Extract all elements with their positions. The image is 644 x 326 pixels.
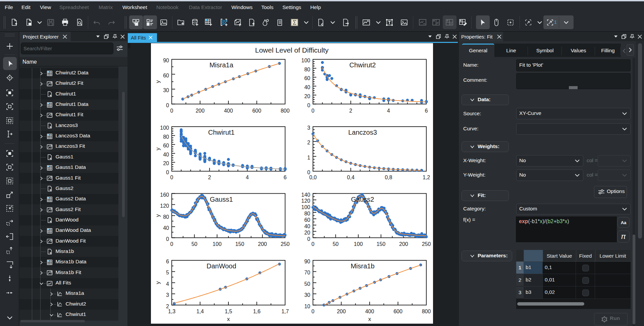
svg-text:80: 80 bbox=[163, 134, 169, 140]
svg-text:6: 6 bbox=[284, 175, 287, 180]
svg-text:0: 0 bbox=[307, 103, 310, 108]
svg-text:0: 0 bbox=[166, 236, 169, 242]
svg-text:0: 0 bbox=[170, 108, 173, 114]
svg-text:Misra1a: Misra1a bbox=[209, 61, 233, 69]
svg-text:0,8: 0,8 bbox=[385, 175, 392, 180]
svg-text:1,2: 1,2 bbox=[423, 175, 430, 180]
svg-text:4: 4 bbox=[387, 108, 390, 114]
svg-text:x: x bbox=[368, 316, 371, 322]
svg-text:0: 0 bbox=[312, 108, 315, 114]
svg-text:50: 50 bbox=[304, 281, 310, 287]
svg-text:Lanczos3: Lanczos3 bbox=[348, 129, 377, 136]
svg-text:10: 10 bbox=[304, 304, 310, 309]
svg-text:y: y bbox=[155, 214, 161, 217]
svg-text:200: 200 bbox=[196, 108, 205, 114]
svg-text:150: 150 bbox=[235, 241, 244, 247]
svg-text:200: 200 bbox=[258, 241, 267, 247]
svg-text:400: 400 bbox=[224, 108, 233, 114]
svg-text:0: 0 bbox=[307, 236, 310, 242]
svg-text:6: 6 bbox=[425, 108, 428, 114]
svg-text:40: 40 bbox=[304, 223, 310, 229]
svg-text:1,6: 1,6 bbox=[253, 309, 260, 314]
svg-text:1,7: 1,7 bbox=[281, 309, 289, 314]
svg-text:90: 90 bbox=[304, 259, 310, 264]
svg-text:1,3: 1,3 bbox=[168, 309, 175, 314]
svg-text:100: 100 bbox=[301, 204, 310, 210]
svg-text:20: 20 bbox=[304, 230, 310, 236]
svg-text:100: 100 bbox=[354, 241, 363, 247]
svg-text:120: 120 bbox=[160, 203, 169, 209]
svg-text:Misra1b: Misra1b bbox=[351, 262, 374, 270]
svg-text:50: 50 bbox=[192, 241, 198, 247]
svg-text:y: y bbox=[155, 147, 161, 150]
svg-text:1: 1 bbox=[307, 155, 310, 160]
svg-text:600: 600 bbox=[393, 309, 402, 314]
svg-text:50: 50 bbox=[333, 241, 339, 247]
svg-text:1,4: 1,4 bbox=[196, 309, 204, 314]
svg-text:x: x bbox=[227, 316, 230, 322]
svg-text:120: 120 bbox=[301, 198, 310, 204]
svg-text:100: 100 bbox=[301, 58, 310, 63]
svg-text:40: 40 bbox=[163, 152, 169, 157]
svg-text:40: 40 bbox=[163, 225, 169, 231]
svg-text:0: 0 bbox=[170, 241, 173, 247]
svg-text:400: 400 bbox=[365, 309, 374, 314]
svg-text:200: 200 bbox=[399, 241, 408, 247]
svg-text:150: 150 bbox=[376, 241, 385, 247]
svg-text:40: 40 bbox=[304, 84, 310, 90]
svg-text:2: 2 bbox=[349, 108, 352, 114]
svg-text:0: 0 bbox=[312, 241, 315, 247]
svg-text:100: 100 bbox=[213, 241, 222, 247]
svg-text:Gauss2: Gauss2 bbox=[351, 196, 374, 203]
svg-text:0: 0 bbox=[312, 309, 315, 314]
svg-text:60: 60 bbox=[304, 75, 310, 81]
svg-text:5: 5 bbox=[166, 270, 169, 275]
svg-text:200: 200 bbox=[337, 309, 346, 314]
svg-text:2: 2 bbox=[208, 175, 211, 180]
svg-text:800: 800 bbox=[422, 309, 431, 314]
svg-text:Chwirut1: Chwirut1 bbox=[208, 129, 235, 136]
svg-text:6: 6 bbox=[166, 259, 169, 264]
svg-text:4: 4 bbox=[246, 175, 249, 180]
svg-text:80: 80 bbox=[304, 67, 310, 72]
svg-text:Chwirut2: Chwirut2 bbox=[350, 61, 376, 69]
svg-text:80: 80 bbox=[163, 214, 169, 220]
svg-text:0: 0 bbox=[307, 170, 310, 175]
svg-text:140: 140 bbox=[301, 192, 310, 198]
svg-text:30: 30 bbox=[304, 292, 310, 298]
svg-text:600: 600 bbox=[252, 108, 261, 114]
svg-text:100: 100 bbox=[160, 125, 169, 131]
svg-text:3: 3 bbox=[166, 292, 169, 298]
svg-text:0,4: 0,4 bbox=[347, 175, 355, 180]
svg-text:60: 60 bbox=[163, 143, 169, 148]
svg-text:y: y bbox=[155, 80, 161, 83]
svg-text:2: 2 bbox=[307, 140, 310, 145]
svg-text:0: 0 bbox=[166, 103, 169, 108]
svg-text:y: y bbox=[155, 281, 161, 284]
svg-text:3: 3 bbox=[307, 125, 310, 131]
svg-text:60: 60 bbox=[163, 73, 169, 78]
svg-text:90: 90 bbox=[163, 58, 169, 63]
svg-text:70: 70 bbox=[304, 270, 310, 275]
svg-text:250: 250 bbox=[281, 241, 290, 247]
svg-text:20: 20 bbox=[304, 93, 310, 99]
svg-text:4: 4 bbox=[166, 281, 169, 287]
svg-text:160: 160 bbox=[160, 192, 169, 198]
svg-text:80: 80 bbox=[304, 211, 310, 216]
svg-text:30: 30 bbox=[163, 87, 169, 93]
svg-text:Gauss1: Gauss1 bbox=[210, 196, 233, 203]
svg-text:800: 800 bbox=[281, 108, 290, 114]
svg-text:0,0: 0,0 bbox=[309, 175, 317, 180]
svg-text:20: 20 bbox=[163, 160, 169, 166]
svg-text:DanWood: DanWood bbox=[207, 262, 236, 270]
svg-text:60: 60 bbox=[304, 217, 310, 223]
svg-text:Lowel Level of Difficulty: Lowel Level of Difficulty bbox=[255, 46, 329, 54]
svg-text:1,5: 1,5 bbox=[225, 309, 232, 314]
svg-text:0: 0 bbox=[166, 170, 169, 175]
svg-text:0: 0 bbox=[170, 175, 173, 180]
svg-text:2: 2 bbox=[166, 304, 169, 309]
svg-text:250: 250 bbox=[422, 241, 431, 247]
